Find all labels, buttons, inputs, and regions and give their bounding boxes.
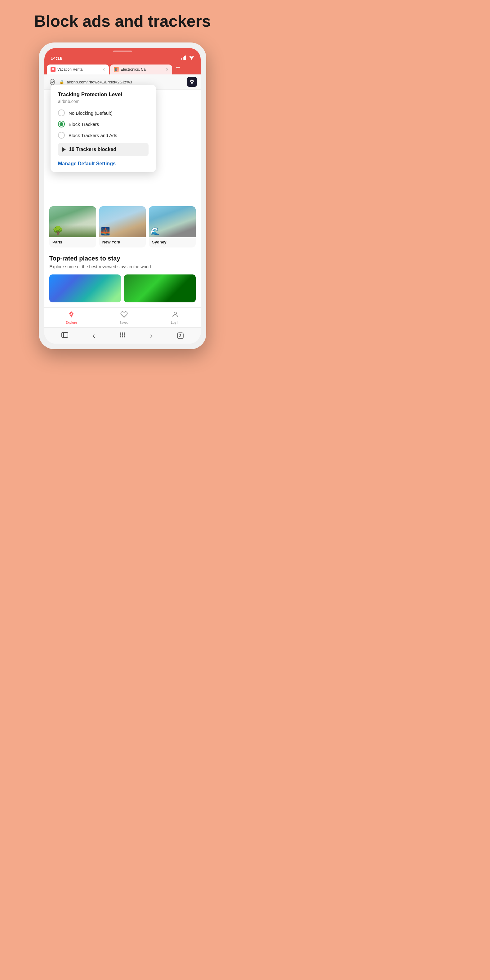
city-name-paris: Paris: [49, 237, 96, 248]
svg-point-14: [120, 336, 121, 337]
property-images-row: [49, 274, 196, 302]
sidebar-toggle-icon[interactable]: [61, 332, 68, 339]
nav-item-saved[interactable]: Saved: [120, 311, 128, 325]
shop-favicon: 🛍️: [114, 67, 119, 72]
property-image-2[interactable]: [124, 274, 196, 302]
vivaldi-logo[interactable]: [187, 77, 197, 87]
svg-point-16: [124, 336, 125, 337]
page-title: Block ads and trackers: [34, 13, 211, 30]
wifi-icon: [189, 56, 194, 61]
trackers-blocked-row[interactable]: 10 Trackers blocked: [58, 143, 148, 156]
explore-label: Explore: [66, 321, 77, 325]
login-icon: [172, 311, 179, 320]
city-card-newyork[interactable]: New York: [99, 206, 146, 248]
browser-tab-electronics[interactable]: 🛍️ Electronics, Ca ×: [110, 65, 172, 75]
city-cards-row: Paris New York Sydney: [49, 206, 196, 248]
property-image-1[interactable]: [49, 274, 121, 302]
svg-point-9: [122, 332, 123, 334]
radio-inner-block-trackers: [60, 122, 63, 126]
radio-circle-block-trackers[interactable]: [58, 121, 65, 127]
grid-button[interactable]: [119, 332, 126, 340]
airbnb-favicon: [51, 67, 56, 72]
svg-point-12: [122, 334, 123, 336]
signal-icon: [181, 56, 187, 61]
explore-icon: [68, 311, 75, 320]
status-icons: [181, 56, 194, 61]
svg-point-11: [120, 334, 121, 336]
speaker-bar: [113, 51, 132, 52]
tab-label-electronics: Electronics, Ca: [121, 67, 164, 72]
browser-nav-bar: ‹ › 2: [45, 328, 200, 344]
radio-option-block-trackers[interactable]: Block Trackers: [58, 121, 148, 127]
svg-rect-3: [185, 56, 186, 60]
nav-item-login[interactable]: Log in: [171, 311, 179, 325]
phone-frame: 14:18: [39, 43, 206, 349]
tab-close-electronics[interactable]: ×: [166, 67, 169, 72]
radio-circle-block-trackers-ads[interactable]: [58, 132, 65, 138]
svg-point-13: [124, 334, 125, 336]
radio-label-block-trackers: Block Trackers: [68, 122, 99, 127]
popup-title: Tracking Protection Level: [58, 91, 148, 98]
saved-label: Saved: [120, 321, 128, 325]
svg-point-5: [174, 312, 177, 315]
url-text[interactable]: airbnb.com/?irgwc=1&irclid=2SJz%3: [67, 80, 185, 84]
radio-label-no-blocking: No Blocking (Default): [68, 110, 113, 116]
add-tab-button[interactable]: +: [173, 63, 183, 75]
top-rated-subtitle: Explore some of the best-reviewed stays …: [49, 264, 196, 270]
radio-label-block-trackers-ads: Block Trackers and Ads: [68, 133, 117, 138]
svg-rect-2: [184, 56, 185, 60]
tab-label-airbnb: Vacation Renta: [57, 67, 101, 72]
back-button[interactable]: ‹: [92, 331, 95, 340]
svg-rect-0: [181, 58, 182, 60]
nav-item-explore[interactable]: Explore: [66, 311, 77, 325]
bottom-nav: Explore Saved Log in: [45, 307, 200, 328]
city-image-sydney: [149, 206, 196, 237]
status-bar: 14:18: [45, 52, 200, 63]
popup-domain: airbnb.com: [58, 99, 148, 104]
radio-circle-no-blocking[interactable]: [58, 110, 65, 116]
city-card-sydney[interactable]: Sydney: [149, 206, 196, 248]
tab-close-airbnb[interactable]: ×: [103, 67, 105, 72]
browser-tab-airbnb[interactable]: Vacation Renta ×: [47, 65, 109, 75]
city-image-paris: [49, 206, 96, 237]
radio-option-block-trackers-ads[interactable]: Block Trackers and Ads: [58, 132, 148, 138]
svg-point-4: [191, 59, 192, 60]
browser-tabs: Vacation Renta × 🛍️ Electronics, Ca × +: [45, 63, 200, 75]
radio-option-no-blocking[interactable]: No Blocking (Default): [58, 110, 148, 116]
phone-notch: [45, 48, 200, 52]
forward-button[interactable]: ›: [150, 331, 153, 340]
city-name-newyork: New York: [99, 237, 146, 248]
svg-rect-6: [62, 332, 68, 337]
expand-icon: [62, 147, 66, 152]
city-image-newyork: [99, 206, 146, 237]
manage-settings-link[interactable]: Manage Default Settings: [58, 161, 116, 166]
tab-count-badge[interactable]: 2: [177, 332, 184, 339]
city-name-sydney: Sydney: [149, 237, 196, 248]
status-time: 14:18: [51, 56, 62, 61]
top-rated-title: Top-rated places to stay: [49, 255, 196, 262]
city-card-paris[interactable]: Paris: [49, 206, 96, 248]
trackers-blocked-text: 10 Trackers blocked: [69, 147, 116, 152]
login-label: Log in: [171, 321, 179, 325]
tracking-popup: Tracking Protection Level airbnb.com No …: [51, 85, 156, 172]
lock-icon: 🔒: [59, 80, 64, 84]
svg-point-10: [124, 332, 125, 334]
saved-icon: [120, 311, 128, 320]
svg-point-15: [122, 336, 123, 337]
svg-rect-1: [183, 57, 184, 60]
svg-point-8: [120, 332, 121, 334]
phone-inner: 14:18: [45, 48, 200, 344]
